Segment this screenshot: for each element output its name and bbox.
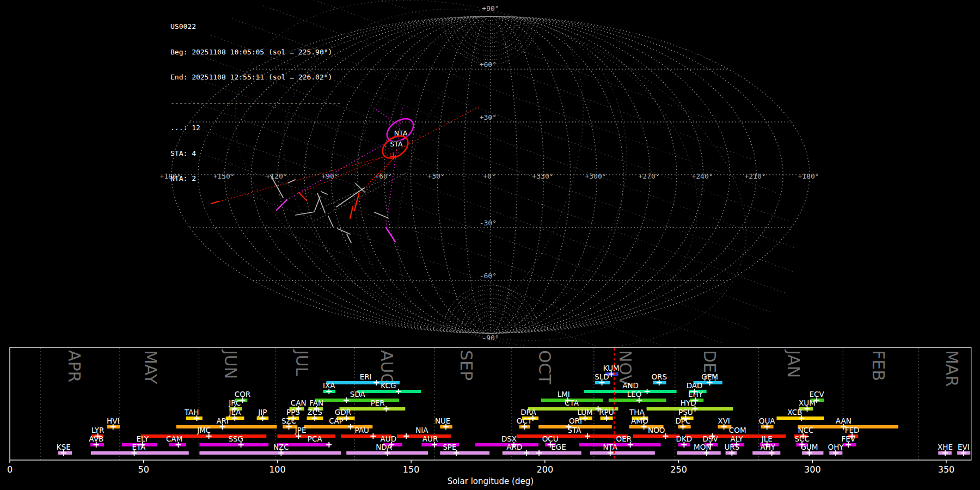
shower-bar-MON (677, 451, 721, 455)
axis-tick-label: 150 (403, 464, 420, 475)
shower-label-ARD: ARD (506, 443, 522, 451)
shower-label-NTA: NTA (603, 443, 617, 451)
latitude-label: +60° (480, 60, 497, 69)
shower-label-AAN: AAN (836, 416, 852, 425)
x-axis: 050100150200250300350Solar longitude (de… (7, 460, 954, 486)
observation-end: End: 20251108 12:55:11 (sol = 226.02°) (170, 73, 341, 82)
shower-max-marker-STA (585, 433, 590, 439)
shower-max-marker-AND (645, 389, 650, 394)
month-label-JUL: JUL (292, 349, 311, 376)
shower-label-DKD: DKD (676, 434, 693, 443)
shower-max-marker-CAP (348, 424, 353, 430)
shower-label-SLD: SLD (595, 372, 609, 381)
shower-label-KCG: KCG (381, 381, 396, 390)
shower-max-marker-SDA (344, 397, 349, 403)
shower-label-PSU: PSU (678, 408, 693, 416)
longitude-label: +270° (638, 172, 659, 180)
shower-label-AMO: AMO (631, 416, 648, 425)
shower-label-CAN: CAN (291, 399, 307, 407)
shower-bar-KCG (357, 390, 421, 393)
shower-label-PAU: PAU (355, 426, 369, 434)
shower-label-JIP: JIP (258, 408, 267, 416)
shower-label-ZCS: ZCS (308, 408, 322, 416)
month-label-FEB: FEB (869, 350, 888, 381)
axis-tick-label: 200 (537, 464, 554, 475)
shower-label-COR: COR (235, 390, 250, 399)
south-pole-label: -90° (482, 334, 499, 342)
shower-bar-GUM (802, 451, 823, 455)
shower-max-marker-NIA (403, 433, 409, 439)
shower-label-EGE: EGE (551, 443, 566, 451)
shower-label-DRA: DRA (520, 408, 536, 416)
shower-bar-SDA (315, 399, 399, 402)
shower-label-NOO: NOO (648, 426, 665, 434)
shower-label-CAP: CAP (329, 416, 344, 425)
shower-bars: KUMERISLDORSGEMIXAKCGANDDADCORSDALMILEOE… (57, 364, 970, 456)
shower-label-ELY: ELY (136, 434, 149, 443)
shower-label-ETA: ETA (132, 443, 146, 451)
month-label-SEP: SEP (457, 350, 476, 381)
shower-bar-SSG (199, 443, 268, 446)
longitude-label: +300° (585, 172, 606, 180)
axis-tick-label: 300 (804, 464, 821, 475)
shower-bar-NZC (199, 451, 341, 455)
shower-label-HVI: HVI (107, 416, 119, 425)
shower-label-NZC: NZC (273, 443, 289, 451)
shower-label-FEV: FEV (841, 434, 855, 443)
sky-map-projection: +180°+150°+120°+90°+60°+30°+0°+330°+300°… (0, 0, 980, 346)
shower-label-OER: OER (616, 434, 632, 443)
shower-bar-NTA (590, 451, 655, 455)
shower-label-QUA: QUA (759, 416, 776, 425)
longitude-label: +180° (798, 172, 819, 180)
shower-label-SCC: SCC (794, 434, 809, 443)
sta-meteor-trail (211, 201, 218, 204)
shower-label-AHY: AHY (760, 443, 775, 451)
month-label-APR: APR (65, 350, 84, 382)
longitude-label: +210° (744, 172, 765, 180)
shower-bar-OER (579, 443, 661, 446)
shower-label-LUM: LUM (577, 408, 592, 416)
shower-label-ECV: ECV (810, 390, 825, 399)
axis-tick-label: 350 (938, 464, 955, 475)
shower-label-CTA: CTA (565, 399, 579, 407)
shower-label-SSG: SSG (228, 434, 243, 443)
month-label-MAY: MAY (141, 350, 160, 384)
shower-label-LYR: LYR (91, 426, 104, 434)
shower-bar-NOO (633, 434, 680, 438)
sta-count: STA: 4 (170, 149, 341, 158)
shower-max-marker-KCG (396, 389, 401, 394)
axis-tick-label: 100 (269, 464, 286, 475)
shower-label-OCT: OCT (517, 416, 532, 425)
shower-bar-JMC (141, 434, 266, 438)
observation-begin: Beg: 20251108 10:05:05 (sol = 225.90°) (170, 48, 341, 57)
sporadic-meteor-trail (347, 234, 351, 243)
shower-label-XUM: XUM (799, 399, 816, 407)
shower-label-PCA: PCA (308, 434, 323, 443)
shower-bar-AHY (752, 451, 780, 455)
latitude-label: -30° (480, 219, 497, 227)
shower-label-KUM: KUM (603, 364, 620, 372)
sta-meteor-trail (354, 194, 359, 211)
shower-bar-ARD (503, 451, 537, 455)
latitude-label: -60° (480, 272, 497, 280)
month-label-MAR: MAR (942, 350, 961, 387)
shower-label-ORI: ORI (569, 416, 582, 425)
shower-label-AUD: AUD (381, 434, 397, 443)
shower-label-ORS: ORS (651, 372, 667, 381)
shower-label-AND: AND (622, 381, 639, 390)
x-axis-title: Solar longitude (deg) (448, 476, 534, 486)
separator-line: ---------------------------------------- (170, 99, 341, 107)
longitude-label: +330° (532, 172, 553, 180)
shower-bar-SPE (440, 451, 489, 455)
sporadic-meteor-trail (375, 212, 388, 218)
radiant-label-STA: STA (390, 140, 403, 148)
shower-bar-STA (517, 434, 628, 438)
longitude-label: +0° (483, 172, 495, 180)
month-label-JUN: JUN (221, 349, 240, 379)
shower-label-GDR: GDR (335, 408, 351, 416)
shower-label-LMI: LMI (558, 390, 570, 399)
shower-label-NUE: NUE (435, 416, 451, 425)
shower-label-KSE: KSE (57, 443, 71, 451)
month-label-AUG: AUG (377, 350, 396, 386)
month-label-JAN: JAN (784, 349, 803, 378)
